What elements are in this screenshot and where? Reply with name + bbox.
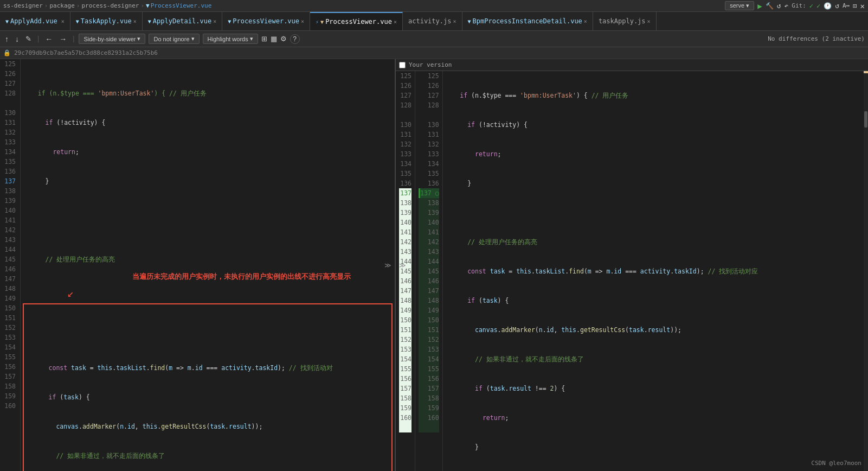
- nav-up-btn[interactable]: ↑: [3, 34, 10, 44]
- left-code-panel: 125 126 127 128 130 131 132 133 134 135 …: [0, 59, 396, 471]
- tab-taskapply[interactable]: ▼ TaskApply.vue ×: [70, 12, 143, 30]
- highlight-dropdown[interactable]: Highlight words ▾: [203, 34, 258, 44]
- right-line-numbers-2: 125 126 127 128 130 131 132 133 134 135 …: [415, 71, 443, 471]
- viewer-dropdown[interactable]: Side-by-side viewer ▾: [79, 34, 145, 44]
- right-line-numbers-1: 125 126 127 128 130 131 132 133 134 135 …: [396, 71, 415, 471]
- git-label: Git:: [792, 2, 806, 9]
- breadcrumb: ss-designer › package › process-designer…: [3, 2, 211, 9]
- right-code-content[interactable]: if (n.$type === 'bpmn:UserTask') { // 用户…: [443, 71, 864, 471]
- nav-forward-btn[interactable]: →: [57, 34, 68, 44]
- translate-icon[interactable]: A↔: [843, 2, 850, 9]
- git-check1: ✓: [809, 2, 813, 10]
- no-differences-label: No differences (2 inactive): [768, 35, 865, 42]
- nav-down-btn[interactable]: ↓: [14, 34, 21, 44]
- split-icon-btn[interactable]: ⊞: [261, 35, 267, 43]
- left-line-numbers: 125 126 127 128 130 131 132 133 134 135 …: [0, 59, 21, 471]
- right-code-panel: Your version 125 126 127 128 130 131 132…: [396, 59, 868, 471]
- ignore-dropdown[interactable]: Do not ignore ▾: [149, 34, 199, 44]
- version-checkbox[interactable]: [399, 62, 406, 68]
- tab-applydetail[interactable]: ▼ ApplyDetail.vue ×: [143, 12, 222, 30]
- play-icon[interactable]: ▶: [757, 2, 762, 10]
- right-scrollbar[interactable]: [864, 71, 868, 471]
- lock-icon: 🔒: [3, 49, 11, 56]
- panel-icon-btn[interactable]: ▦: [271, 35, 277, 43]
- settings-btn[interactable]: ⚙: [280, 35, 287, 43]
- tab-taskapplyjs[interactable]: taskApply.js ×: [593, 12, 657, 30]
- expand-arrows-right[interactable]: ≫: [399, 262, 406, 269]
- left-code-content[interactable]: if (n.$type === 'bpmn:UserTask') { // 用户…: [21, 59, 395, 471]
- maximize-icon[interactable]: ⊡: [853, 2, 857, 10]
- expand-arrows-left[interactable]: ≫: [384, 262, 391, 269]
- version-header: Your version: [396, 59, 868, 71]
- close-icon[interactable]: ✕: [860, 2, 865, 10]
- annotation-text: 当遍历未完成的用户实例时，未执行的用户实例的出线不进行高亮显示: [132, 272, 351, 282]
- hash-value: 29c709db9cb7ae5a57bc3d88ce82931a2c5b75b6: [14, 49, 158, 56]
- git-undo[interactable]: ↺: [835, 2, 839, 10]
- nav-edit-btn[interactable]: ✎: [24, 34, 33, 43]
- serve-dropdown[interactable]: serve ▾: [725, 1, 754, 10]
- build-icon[interactable]: 🔨: [766, 2, 774, 10]
- watermark: CSDN @leo7moon: [811, 460, 861, 467]
- tab-processviewer1[interactable]: ▼ ProcessViewer.vue ×: [222, 12, 310, 30]
- help-btn[interactable]: ?: [290, 34, 300, 44]
- git-check2: ✓: [816, 2, 820, 10]
- version-label: Your version: [409, 61, 452, 68]
- tab-processviewer-active[interactable]: ⚡ ▼ ProcessViewer.vue ×: [310, 12, 403, 30]
- reload-icon[interactable]: ↺: [777, 2, 781, 10]
- tab-applyadd[interactable]: ▼ ApplyAdd.vue ×: [0, 12, 70, 30]
- revert-icon[interactable]: ↶: [784, 2, 788, 10]
- tab-bpmprocess[interactable]: ▼ BpmProcessInstanceDetail.vue ×: [462, 12, 593, 30]
- nav-back-btn[interactable]: ←: [43, 34, 54, 44]
- git-clock: 🕐: [824, 2, 832, 10]
- breadcrumb-file: ProcessViewer.vue: [151, 2, 212, 9]
- tab-activityjs[interactable]: activity.js ×: [403, 12, 462, 30]
